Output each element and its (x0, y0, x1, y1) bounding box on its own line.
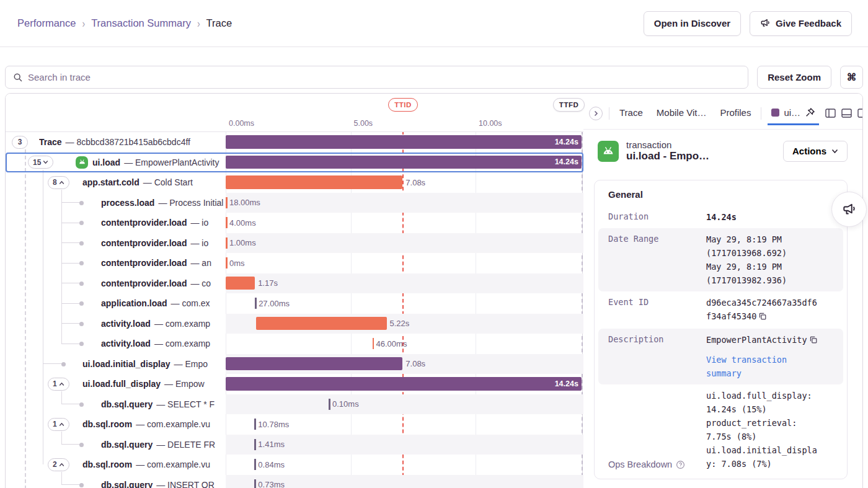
breadcrumb-transaction-summary[interactable]: Transaction Summary (91, 17, 191, 29)
search-bar[interactable] (5, 66, 748, 89)
shortcuts-button[interactable]: ⌘ (840, 66, 863, 89)
span-bar[interactable]: 14.24s (226, 377, 582, 391)
expand-badge[interactable]: 8 (48, 176, 69, 189)
duration-label: 27.00ms (259, 293, 290, 314)
tree-leaf-dot (79, 402, 84, 407)
help-icon[interactable] (676, 460, 685, 469)
duration-label: 10.78ms (258, 414, 289, 435)
span-label: db.sql.query— DELETE FR (101, 435, 223, 455)
expand-badge[interactable]: 15 (28, 156, 53, 169)
span-tick[interactable] (254, 439, 256, 450)
dock-bottom-icon[interactable] (841, 109, 852, 118)
span-bar[interactable]: 14.24s (226, 135, 582, 149)
waterfall-area: 0.00ms5.00s10.00sTTIDTTFD 3Trace— 8cbbcd… (6, 94, 583, 488)
tab-divider (609, 107, 609, 120)
tree-leaf-dot (79, 221, 84, 225)
breadcrumb-trace: Trace (206, 17, 232, 29)
span-tick[interactable] (226, 197, 228, 208)
axis-tick-label: 10.00s (479, 119, 502, 128)
trace-row-contentprovider.load[interactable]: contentprovider.load— co1.17s (6, 273, 583, 294)
span-bar[interactable] (256, 317, 386, 331)
span-tick[interactable] (254, 479, 256, 488)
expand-badge[interactable]: 1 (48, 378, 69, 391)
dock-left-icon[interactable] (825, 109, 836, 118)
megaphone-icon (760, 18, 771, 29)
trace-row-db.sql.room[interactable]: 2db.sql.room— com.example.vu0.84ms (6, 455, 583, 475)
span-bar[interactable] (226, 277, 255, 290)
kv-value: May 29, 8:19 PM(1717013968.692)May 29, 8… (706, 233, 836, 287)
dock-right-icon[interactable] (857, 109, 863, 118)
copy-icon[interactable] (809, 334, 818, 348)
duration-label: 1.41ms (258, 435, 285, 455)
span-label: db.sql.query— SELECT * F (101, 394, 223, 415)
tab-profiles[interactable]: Profiles (716, 107, 755, 125)
trace-row-application.load[interactable]: application.load— com.ex27.00ms (6, 293, 583, 314)
ttid-badge[interactable]: TTID (388, 98, 418, 112)
tab-trace[interactable]: Trace (616, 107, 647, 125)
trace-row-activity.load[interactable]: activity.load— com.examp46.00ms (6, 334, 583, 354)
span-tick[interactable] (329, 399, 330, 410)
trace-row-db.sql.room[interactable]: 1db.sql.room— com.example.vu10.78ms (6, 414, 583, 435)
trace-row-contentprovider.load[interactable]: contentprovider.load— io4.00ms (6, 213, 583, 233)
trace-row-contentprovider.load[interactable]: contentprovider.load— io1.00ms (6, 233, 583, 254)
span-tick[interactable] (226, 237, 228, 249)
kv-row-ops-breakdown: Ops Breakdown ui.load.full_display:14.24… (598, 384, 843, 475)
expand-badge[interactable]: 1 (48, 418, 69, 431)
general-section-card: General Duration14.24sDate RangeMay 29, … (594, 180, 848, 479)
span-tick[interactable] (255, 298, 257, 309)
copy-icon[interactable] (758, 311, 767, 324)
expand-badge[interactable]: 3 (12, 136, 28, 149)
span-label: Trace— 8cbbcd38721b415ab6cbdc4ff (39, 132, 223, 153)
span-tick[interactable] (254, 419, 256, 430)
chevron-right-icon: › (82, 17, 85, 30)
reset-zoom-button[interactable]: Reset Zoom (757, 66, 831, 89)
span-label: activity.load— com.examp (101, 334, 223, 354)
trace-row-ui.load.full_display[interactable]: 1ui.load.full_display— Empow14.24s (6, 374, 583, 394)
tree-leaf-dot (79, 301, 84, 306)
give-feedback-button[interactable]: Give Feedback (750, 11, 852, 36)
span-bar[interactable]: 14.24s (226, 156, 582, 169)
trace-row-db.sql.query[interactable]: db.sql.query— INSERT OR0.73ms (6, 475, 583, 488)
breadcrumb-performance[interactable]: Performance (17, 17, 76, 29)
trace-row-app.start.cold[interactable]: 8app.start.cold— Cold Start7.08s (6, 172, 583, 193)
kv-value: d96eca345c724667a35df6f34af45340 (706, 296, 836, 324)
span-bar[interactable] (226, 175, 402, 189)
duration-label: 7.08s (405, 354, 425, 375)
span-tick[interactable] (373, 338, 374, 349)
general-section-title: General (598, 188, 843, 206)
expand-panel-button[interactable] (589, 107, 603, 120)
trace-row-Trace[interactable]: 3Trace— 8cbbcd38721b415ab6cbdc4ff14.24s (6, 132, 583, 153)
span-bar[interactable] (226, 357, 402, 371)
trace-row-activity.load[interactable]: activity.load— com.examp5.22s (6, 314, 583, 334)
trace-row-ui.load.initial_display[interactable]: ui.load.initial_display— Empo7.08s (6, 354, 583, 375)
tab-mobile-vitals[interactable]: Mobile Vit… (653, 107, 711, 125)
tree-leaf-dot (79, 241, 84, 246)
tab-ui-load-active[interactable]: ui… (768, 107, 819, 125)
trace-row-db.sql.query[interactable]: db.sql.query— SELECT * F0.10ms (6, 394, 583, 415)
trace-row-ui.load[interactable]: 15ui.load— EmpowerPlantActivity14.24s (6, 153, 583, 173)
span-label: contentprovider.load— io (101, 213, 223, 233)
open-in-discover-button[interactable]: Open in Discover (644, 11, 741, 36)
ttfd-badge[interactable]: TTFD (553, 98, 585, 112)
pin-icon[interactable] (805, 107, 815, 118)
duration-label: 1.00ms (229, 233, 256, 254)
search-input[interactable] (28, 72, 740, 82)
span-tick[interactable] (226, 217, 228, 228)
tree-leaf-dot (79, 201, 84, 205)
span-label: application.load— com.ex (101, 293, 223, 314)
kv-key: Description (608, 333, 706, 380)
expand-badge[interactable]: 2 (48, 458, 69, 471)
duration-label: 14.24s (555, 377, 578, 391)
span-tick[interactable] (226, 257, 228, 268)
duration-label: 0.10ms (332, 394, 359, 415)
span-label: ui.load.initial_display— Empo (82, 354, 223, 375)
trace-row-db.sql.query[interactable]: db.sql.query— DELETE FR1.41ms (6, 435, 583, 455)
view-transaction-summary-link[interactable]: View transactionsummary (706, 353, 836, 380)
panel-tab-bar: Trace Mobile Vit… Profiles ui… (583, 94, 862, 130)
duration-label: 14.24s (555, 156, 578, 169)
trace-row-contentprovider.load[interactable]: contentprovider.load— an0ms (6, 253, 583, 273)
trace-row-process.load[interactable]: process.load— Process Initialization18.0… (6, 193, 583, 213)
span-tick[interactable] (254, 459, 256, 470)
actions-button[interactable]: Actions (783, 141, 848, 162)
feedback-fab[interactable] (831, 192, 867, 227)
